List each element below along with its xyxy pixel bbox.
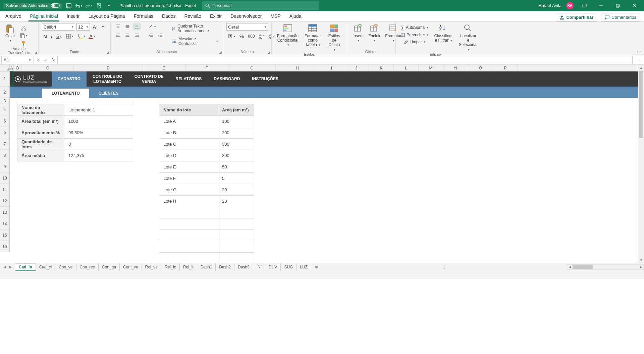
col-header-K[interactable]: K bbox=[369, 65, 394, 71]
row-headers[interactable]: 12345678910111213141516 bbox=[0, 71, 10, 252]
tab-scroll-left-icon[interactable]: ◄ bbox=[3, 264, 7, 269]
align-top-icon[interactable] bbox=[114, 23, 122, 30]
align-right-icon[interactable] bbox=[133, 32, 141, 39]
col-header-J[interactable]: J bbox=[344, 65, 369, 71]
font-launcher-icon[interactable]: ◢ bbox=[107, 50, 109, 54]
sheet-tab-Cad_lo[interactable]: Cad_lo bbox=[15, 263, 36, 271]
bold-button[interactable]: N bbox=[42, 33, 48, 40]
lot-name-cell[interactable]: Lote A bbox=[159, 116, 218, 127]
merge-center-button[interactable]: Mesclar e Centralizar▾ bbox=[170, 36, 219, 47]
lot-area-cell[interactable]: 100 bbox=[218, 116, 254, 127]
row-header-10[interactable]: 10 bbox=[0, 172, 9, 184]
user-name[interactable]: Rafael Avila bbox=[539, 3, 561, 8]
borders-icon[interactable]: ▾ bbox=[64, 33, 75, 40]
summary-value[interactable]: 124,375 bbox=[64, 150, 133, 161]
row-header-6[interactable]: 6 bbox=[0, 127, 9, 138]
fill-color-icon[interactable]: ▾ bbox=[76, 33, 87, 40]
increase-decimal-icon[interactable]: ,0,00 bbox=[257, 33, 266, 39]
lot-name-cell[interactable]: Lote H bbox=[159, 196, 218, 207]
hscroll-thumb[interactable] bbox=[573, 265, 593, 269]
fill-button[interactable]: Preencher▾ bbox=[399, 32, 430, 38]
sheet-tab-Rel_lt[interactable]: Rel_lt bbox=[180, 263, 197, 271]
col-header-A[interactable]: A bbox=[10, 65, 14, 71]
column-headers[interactable]: ABCDEFGHIJKLMNOP bbox=[10, 65, 638, 71]
row-header-4[interactable]: 4 bbox=[0, 104, 9, 115]
font-name-combo[interactable]: Calibri▾ bbox=[42, 23, 75, 31]
qat-customize-icon[interactable]: ▾ bbox=[105, 2, 113, 9]
menu-msp[interactable]: MSP bbox=[269, 11, 282, 21]
lot-name-cell[interactable] bbox=[159, 241, 218, 253]
sheet-tab-Cad_cl[interactable]: Cad_cl bbox=[36, 263, 55, 271]
comma-style-icon[interactable]: 000 bbox=[247, 33, 256, 39]
tab-scroll-right-icon[interactable]: ► bbox=[8, 264, 13, 269]
touch-mode-icon[interactable] bbox=[95, 2, 103, 9]
summary-value[interactable]: 99,50% bbox=[64, 127, 133, 139]
row-header-5[interactable]: 5 bbox=[0, 115, 9, 127]
sheet-tab-Dash1[interactable]: Dash1 bbox=[197, 263, 216, 271]
italic-button[interactable]: I bbox=[50, 33, 54, 40]
sheet-tab-Dash2[interactable]: Dash2 bbox=[216, 263, 234, 271]
sheet-tab-Con_ve[interactable]: Con_ve bbox=[55, 263, 76, 271]
cut-icon[interactable] bbox=[18, 24, 29, 31]
lot-area-cell[interactable]: 200 bbox=[218, 127, 254, 139]
collapse-ribbon-icon[interactable]: ︿ bbox=[637, 48, 641, 54]
col-header-I[interactable]: I bbox=[319, 65, 344, 71]
select-all-corner[interactable] bbox=[0, 65, 10, 71]
lot-area-cell[interactable] bbox=[218, 253, 254, 263]
nav-tab-4[interactable]: DASHBOARD bbox=[208, 71, 246, 87]
nav-tab-0[interactable]: CADASTRO bbox=[52, 71, 87, 87]
formula-input[interactable] bbox=[58, 56, 633, 64]
summary-value[interactable]: Loteamento 1 bbox=[64, 104, 133, 116]
paste-button[interactable]: Colar▾ bbox=[3, 23, 17, 47]
col-header-D[interactable]: D bbox=[74, 65, 143, 71]
lot-area-cell[interactable]: 20 bbox=[218, 184, 254, 196]
lot-name-cell[interactable]: Lote B bbox=[159, 127, 218, 139]
cells-grid[interactable]: LUZPlanilhas Empresariais CADASTROCONTRO… bbox=[10, 71, 638, 263]
menu-arquivo[interactable]: Arquivo bbox=[4, 11, 22, 21]
lot-name-cell[interactable] bbox=[159, 230, 218, 241]
col-header-F[interactable]: F bbox=[185, 65, 228, 71]
col-header-M[interactable]: M bbox=[419, 65, 443, 71]
decrease-font-icon[interactable]: A↓ bbox=[100, 24, 107, 30]
menu-dados[interactable]: Dados bbox=[161, 11, 177, 21]
underline-button[interactable]: S▾ bbox=[55, 33, 63, 40]
col-header-H[interactable]: H bbox=[276, 65, 319, 71]
menu-ajuda[interactable]: Ajuda bbox=[288, 11, 303, 21]
sheet-tab-Con_ga[interactable]: Con_ga bbox=[99, 263, 120, 271]
decrease-indent-icon[interactable] bbox=[147, 32, 155, 39]
subnav-tab-0[interactable]: LOTEAMENTO bbox=[42, 89, 89, 98]
lot-name-cell[interactable]: Lote C bbox=[159, 139, 218, 150]
lot-area-cell[interactable] bbox=[218, 218, 254, 230]
menu-página-inicial[interactable]: Página Inicial bbox=[29, 11, 59, 21]
comments-button[interactable]: Comentários bbox=[601, 13, 640, 21]
row-header-8[interactable]: 8 bbox=[0, 150, 9, 161]
tab-scroll-options-icon[interactable]: ⋮ bbox=[440, 264, 448, 269]
lot-area-cell[interactable]: 50 bbox=[218, 161, 254, 173]
row-header-12[interactable]: 12 bbox=[0, 195, 9, 207]
hscroll-right-icon[interactable]: ► bbox=[638, 265, 644, 269]
copy-icon[interactable]: ▾ bbox=[18, 32, 29, 39]
lot-name-cell[interactable] bbox=[159, 253, 218, 263]
delete-cells-button[interactable]: Excluir▾ bbox=[366, 23, 382, 50]
name-box[interactable]: A1▼ bbox=[1, 56, 34, 64]
increase-font-icon[interactable]: A↑ bbox=[91, 23, 99, 31]
col-header-L[interactable]: L bbox=[394, 65, 419, 71]
nav-tab-1[interactable]: CONTROLE DOLOTEAMENTO bbox=[87, 71, 128, 87]
maximize-button[interactable] bbox=[612, 0, 624, 11]
menu-desenvolvedor[interactable]: Desenvolvedor bbox=[229, 11, 263, 21]
menu-exibir[interactable]: Exibir bbox=[209, 11, 223, 21]
insert-cells-button[interactable]: Inserir▾ bbox=[351, 23, 366, 50]
col-header-G[interactable]: G bbox=[228, 65, 276, 71]
alignment-launcher-icon[interactable]: ◢ bbox=[219, 50, 222, 54]
format-as-table-button[interactable]: Formatar como Tabela ▾ bbox=[301, 23, 324, 52]
number-format-combo[interactable]: Geral▾ bbox=[226, 23, 268, 31]
wrap-text-button[interactable]: ab Quebrar Texto Automaticamente bbox=[170, 23, 219, 34]
align-left-icon[interactable] bbox=[114, 32, 122, 39]
cell-styles-button[interactable]: Estilos de Célula ▾ bbox=[325, 23, 343, 52]
col-header-B[interactable]: B bbox=[14, 65, 22, 71]
menu-layout-da-página[interactable]: Layout da Página bbox=[87, 11, 126, 21]
new-sheet-button[interactable]: ⊕ bbox=[311, 264, 322, 269]
minimize-button[interactable] bbox=[595, 0, 607, 11]
nav-tab-2[interactable]: CONTRATO DEVENDA bbox=[128, 71, 170, 87]
menu-fórmulas[interactable]: Fórmulas bbox=[132, 11, 155, 21]
